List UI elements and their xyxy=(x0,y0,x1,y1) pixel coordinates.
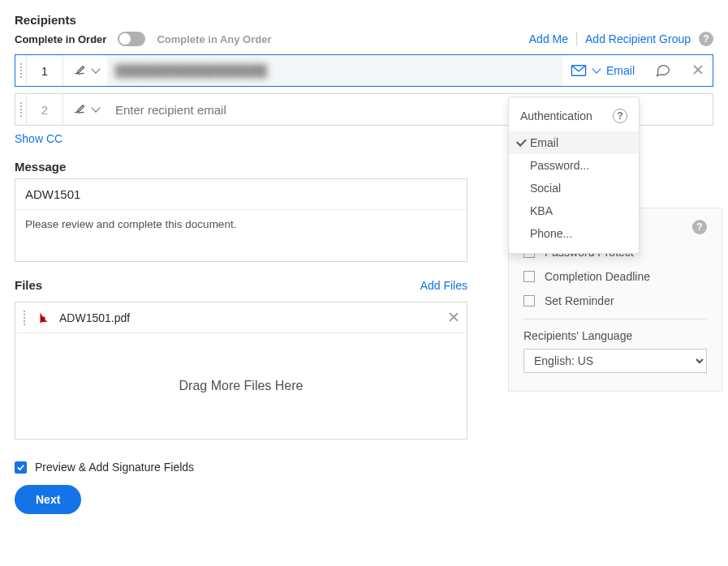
recipient-row[interactable]: 1 ██████████████████ Email xyxy=(15,54,713,87)
help-icon[interactable]: ? xyxy=(699,32,713,46)
drag-handle-icon[interactable] xyxy=(15,55,27,86)
language-select[interactable]: English: US xyxy=(523,349,707,373)
option-label: Set Reminder xyxy=(545,294,614,307)
language-label: Recipients' Language xyxy=(523,329,707,342)
speech-bubble-icon xyxy=(654,62,672,78)
auth-option-password[interactable]: Password... xyxy=(509,154,639,177)
recipients-heading: Recipients xyxy=(15,13,713,27)
checkbox-icon xyxy=(523,295,535,307)
auth-option-social[interactable]: Social xyxy=(509,177,639,199)
close-icon xyxy=(449,312,459,322)
complete-in-order-label: Complete in Order xyxy=(15,33,106,45)
auth-option-kba[interactable]: KBA xyxy=(509,199,639,222)
message-body-input[interactable]: Please review and complete this document… xyxy=(15,210,467,261)
preview-label: Preview & Add Signature Fields xyxy=(35,461,194,474)
file-name: ADW1501.pdf xyxy=(59,311,449,324)
divider xyxy=(523,319,707,319)
recipient-number: 2 xyxy=(27,103,62,117)
files-heading: Files xyxy=(15,278,420,292)
recipient-role-button[interactable] xyxy=(62,55,107,86)
remove-recipient-button[interactable] xyxy=(683,64,713,77)
message-subject-input[interactable]: ADW1501 xyxy=(15,179,467,210)
set-reminder-checkbox[interactable]: Set Reminder xyxy=(523,294,707,307)
chevron-down-icon xyxy=(592,64,601,73)
next-button[interactable]: Next xyxy=(15,485,81,514)
help-icon[interactable]: ? xyxy=(692,220,707,234)
auth-dropdown-title: Authentication xyxy=(520,109,592,122)
envelope-icon xyxy=(571,65,587,76)
close-icon xyxy=(693,65,703,75)
auth-method-button[interactable]: Email xyxy=(562,64,643,77)
pdf-icon xyxy=(37,311,51,325)
auth-method-label: Email xyxy=(606,64,635,77)
drag-handle-icon[interactable] xyxy=(15,94,27,125)
add-recipient-group-link[interactable]: Add Recipient Group xyxy=(585,32,691,45)
private-message-button[interactable] xyxy=(643,62,683,80)
add-files-link[interactable]: Add Files xyxy=(420,279,467,292)
help-icon[interactable]: ? xyxy=(613,109,627,123)
completion-deadline-checkbox[interactable]: Completion Deadline xyxy=(523,270,707,283)
add-me-link[interactable]: Add Me xyxy=(529,32,568,45)
auth-option-email[interactable]: Email xyxy=(509,131,639,154)
preview-checkbox[interactable] xyxy=(15,461,27,474)
show-cc-link[interactable]: Show CC xyxy=(15,132,62,145)
auth-option-phone[interactable]: Phone... xyxy=(509,222,639,245)
pen-icon xyxy=(71,63,89,78)
complete-any-order-label: Complete in Any Order xyxy=(157,33,271,45)
pen-icon xyxy=(71,102,89,117)
chevron-down-icon xyxy=(91,103,100,112)
check-icon xyxy=(16,463,25,472)
drag-handle-icon[interactable] xyxy=(24,311,28,325)
file-drop-zone[interactable]: Drag More Files Here xyxy=(15,333,467,439)
option-label: Completion Deadline xyxy=(545,270,650,283)
recipient-role-button[interactable] xyxy=(62,94,107,125)
checkbox-icon xyxy=(523,271,535,282)
chevron-down-icon xyxy=(91,64,100,73)
auth-dropdown: Authentication ? Email Password... Socia… xyxy=(508,96,640,254)
remove-file-button[interactable] xyxy=(449,311,459,324)
order-toggle[interactable] xyxy=(118,32,145,46)
file-row[interactable]: ADW1501.pdf xyxy=(15,302,467,333)
recipient-number: 1 xyxy=(27,64,62,78)
recipient-email-value[interactable]: ██████████████████ xyxy=(115,64,268,77)
divider xyxy=(576,32,577,46)
